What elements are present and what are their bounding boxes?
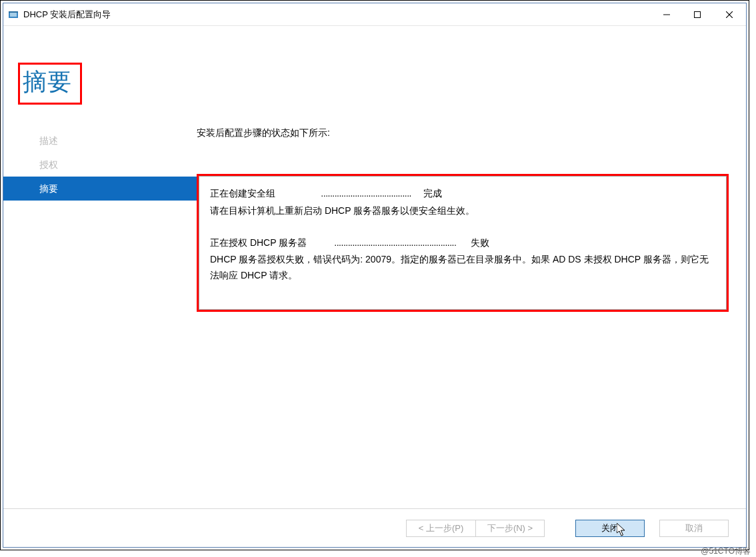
sidebar-item-description[interactable]: 描述 bbox=[37, 129, 197, 153]
maximize-button[interactable] bbox=[682, 3, 713, 25]
main-panel: 安装后配置步骤的状态如下所示: 正在创建安全组 ................… bbox=[197, 125, 746, 508]
spacer bbox=[418, 186, 423, 202]
minimize-button[interactable] bbox=[651, 3, 682, 25]
task-result: 完成 bbox=[423, 186, 442, 202]
dots-separator: ........................................… bbox=[334, 235, 456, 251]
dots-separator: ........................................ bbox=[321, 186, 411, 202]
header-area: 摘要 bbox=[3, 26, 746, 125]
window-title: DHCP 安装后配置向导 bbox=[23, 9, 651, 21]
status-row-authorize: 正在授权 DHCP 服务器 ..........................… bbox=[210, 235, 715, 251]
window-controls bbox=[651, 3, 746, 25]
sidebar-item-label: 描述 bbox=[39, 135, 58, 146]
status-note: DHCP 服务器授权失败，错误代码为: 20079。指定的服务器已在目录服务中。… bbox=[210, 252, 715, 284]
wizard-window: DHCP 安装后配置向导 摘要 bbox=[3, 3, 747, 548]
page-heading: 摘要 bbox=[23, 66, 72, 99]
cancel-button[interactable]: 取消 bbox=[659, 520, 729, 537]
wizard-footer: < 上一步(P) 下一步(N) > 关闭 取消 bbox=[3, 508, 746, 547]
body-row: 描述 授权 摘要 安装后配置步骤的状态如下所示: 正在创建安全组 bbox=[3, 125, 746, 508]
watermark-text: @51CTO博客 bbox=[701, 546, 751, 557]
nav-button-group: < 上一步(P) 下一步(N) > bbox=[406, 520, 545, 537]
close-window-button[interactable] bbox=[713, 3, 746, 25]
previous-button[interactable]: < 上一步(P) bbox=[406, 520, 475, 537]
task-label: 正在创建安全组 bbox=[210, 186, 275, 202]
close-button[interactable]: 关闭 bbox=[575, 520, 645, 537]
status-textbox: 正在创建安全组 ................................… bbox=[199, 176, 727, 310]
task-result: 失败 bbox=[471, 235, 489, 251]
screenshot-frame: DHCP 安装后配置向导 摘要 bbox=[0, 0, 749, 550]
dots-separator bbox=[307, 235, 327, 251]
svg-rect-2 bbox=[9, 11, 18, 13]
sidebar-item-label: 授权 bbox=[39, 159, 58, 170]
next-button[interactable]: 下一步(N) > bbox=[475, 520, 545, 537]
sidebar-item-label: 摘要 bbox=[39, 183, 58, 194]
dots-separator bbox=[275, 186, 314, 202]
wizard-content: 摘要 描述 授权 摘要 安装后配置步骤的状态如下所示: bbox=[3, 26, 746, 547]
svg-rect-4 bbox=[695, 11, 701, 17]
sidebar-item-summary[interactable]: 摘要 bbox=[3, 177, 197, 201]
svg-rect-1 bbox=[10, 13, 17, 17]
task-label: 正在授权 DHCP 服务器 bbox=[210, 235, 307, 251]
steps-sidebar: 描述 授权 摘要 bbox=[3, 125, 197, 508]
titlebar[interactable]: DHCP 安装后配置向导 bbox=[3, 3, 746, 26]
spacer bbox=[463, 235, 471, 251]
server-manager-icon bbox=[9, 9, 19, 20]
status-row-create-group: 正在创建安全组 ................................… bbox=[210, 186, 715, 202]
spacer bbox=[210, 219, 715, 235]
sidebar-item-authorization[interactable]: 授权 bbox=[37, 153, 197, 177]
intro-text: 安装后配置步骤的状态如下所示: bbox=[197, 127, 729, 139]
heading-highlight-box: 摘要 bbox=[18, 63, 82, 105]
status-highlight-box: 正在创建安全组 ................................… bbox=[197, 174, 729, 312]
status-note: 请在目标计算机上重新启动 DHCP 服务器服务以便安全组生效。 bbox=[210, 203, 715, 219]
